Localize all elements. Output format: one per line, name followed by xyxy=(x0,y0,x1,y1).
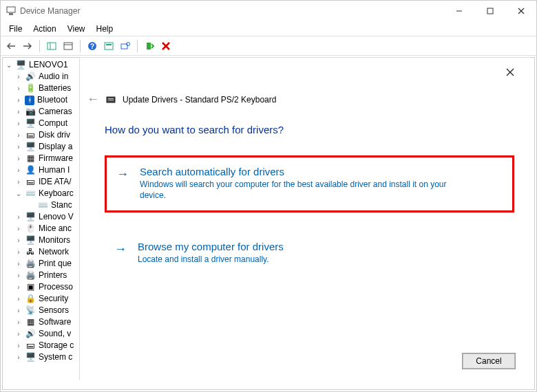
option-title: Browse my computer for drivers xyxy=(138,241,502,252)
device-label: Security xyxy=(39,293,68,305)
expand-icon[interactable]: › xyxy=(14,281,23,293)
uninstall-button[interactable] xyxy=(158,39,173,54)
device-label: Monitors xyxy=(39,235,70,246)
device-icon: 🔊 xyxy=(25,72,36,83)
menu-file[interactable]: File xyxy=(3,23,28,35)
expand-icon[interactable]: › xyxy=(14,141,23,153)
expand-icon[interactable]: › xyxy=(14,316,23,328)
expand-icon[interactable]: › xyxy=(14,153,23,164)
cancel-button[interactable]: Cancel xyxy=(462,353,516,369)
device-icon: 🔋 xyxy=(25,83,36,94)
expand-icon[interactable]: › xyxy=(14,164,23,176)
device-label: Firmware xyxy=(39,153,73,164)
expand-icon[interactable]: › xyxy=(14,293,23,305)
help-button[interactable]: ? xyxy=(85,39,100,54)
menu-action[interactable]: Action xyxy=(28,23,61,35)
expand-icon[interactable]: › xyxy=(14,118,23,129)
expand-icon[interactable]: › xyxy=(14,270,23,281)
expand-icon[interactable]: › xyxy=(14,328,23,340)
close-button[interactable] xyxy=(505,1,536,21)
update-driver-dialog: ← Update Drivers - Standard PS/2 Keyboar… xyxy=(79,57,531,380)
dialog-header: ← Update Drivers - Standard PS/2 Keyboar… xyxy=(87,92,517,107)
expand-icon[interactable]: › xyxy=(14,340,23,351)
device-label: Disk driv xyxy=(39,129,70,141)
expand-icon[interactable]: › xyxy=(14,129,23,141)
option-desc: Locate and install a driver manually. xyxy=(138,254,468,265)
device-label: Sensors xyxy=(39,305,69,316)
device-label: Cameras xyxy=(39,106,72,118)
expand-icon[interactable]: › xyxy=(14,223,23,235)
svg-text:?: ? xyxy=(90,43,94,50)
expand-icon[interactable]: › xyxy=(14,351,23,363)
dialog-question: How do you want to search for drivers? xyxy=(105,124,284,135)
dialog-title: Update Drivers - Standard PS/2 Keyboard xyxy=(123,95,276,105)
device-label: Display a xyxy=(39,141,72,153)
device-label: IDE ATA/ xyxy=(39,176,72,188)
option-desc: Windows will search your computer for th… xyxy=(140,179,470,201)
expand-icon[interactable]: › xyxy=(14,176,23,188)
expand-icon[interactable]: ⌄ xyxy=(14,188,23,199)
device-label: Bluetoot xyxy=(37,94,67,106)
device-label: Audio in xyxy=(39,71,68,83)
expand-icon[interactable]: ⌄ xyxy=(4,59,14,71)
menu-view[interactable]: View xyxy=(62,23,91,35)
toolbar-separator xyxy=(137,40,138,52)
expand-icon[interactable]: › xyxy=(14,211,23,223)
device-label: Printers xyxy=(39,270,67,281)
device-label: Processo xyxy=(39,281,73,293)
device-label: System c xyxy=(39,351,72,363)
forward-button[interactable] xyxy=(20,39,35,54)
window-titlebar: Device Manager xyxy=(1,1,536,21)
device-label: Network xyxy=(39,246,69,258)
device-icon: 👤 xyxy=(25,165,36,176)
device-icon: ⌨️ xyxy=(25,188,36,199)
expand-icon[interactable]: › xyxy=(14,83,23,94)
toolbar: ? xyxy=(1,36,536,56)
device-label: LENOVO1 xyxy=(29,59,68,71)
svg-rect-23 xyxy=(108,100,114,100)
device-icon: 🔒 xyxy=(25,294,36,305)
device-icon: 🖨️ xyxy=(25,259,36,270)
window-controls xyxy=(443,1,536,21)
device-icon: 📡 xyxy=(25,305,36,316)
expand-icon[interactable]: › xyxy=(14,94,23,106)
option-browse-computer[interactable]: → Browse my computer for drivers Locate … xyxy=(105,232,514,274)
minimize-button[interactable] xyxy=(443,1,474,21)
device-label: Storage c xyxy=(39,340,74,351)
expand-icon[interactable]: › xyxy=(14,235,23,246)
action-button[interactable] xyxy=(101,39,116,54)
dialog-close-button[interactable] xyxy=(506,67,514,78)
add-legacy-button[interactable] xyxy=(142,39,157,54)
device-icon: ᚼ xyxy=(25,96,34,105)
keyboard-icon xyxy=(106,96,116,104)
device-icon: ⌨️ xyxy=(37,200,48,211)
svg-rect-22 xyxy=(108,98,114,99)
toolbar-separator xyxy=(80,40,81,52)
device-label: Stanc xyxy=(51,199,72,211)
svg-rect-0 xyxy=(7,7,15,12)
expand-icon[interactable]: › xyxy=(14,71,23,83)
device-label: Lenovo V xyxy=(39,211,74,223)
properties-button[interactable] xyxy=(61,39,76,54)
back-button[interactable] xyxy=(3,39,19,54)
svg-rect-1 xyxy=(9,13,13,15)
expand-icon[interactable]: › xyxy=(14,258,23,270)
scan-hardware-button[interactable] xyxy=(118,39,133,54)
device-icon: 🖥️ xyxy=(25,142,36,153)
option-search-automatically[interactable]: → Search automatically for drivers Windo… xyxy=(105,155,514,213)
toolbar-separator xyxy=(39,40,40,52)
svg-rect-6 xyxy=(48,43,56,50)
expand-icon[interactable]: › xyxy=(14,106,23,118)
show-hide-tree-button[interactable] xyxy=(44,39,59,54)
device-icon: 🖥️ xyxy=(25,235,36,246)
menu-help[interactable]: Help xyxy=(91,23,119,35)
device-icon: 🖥️ xyxy=(25,118,36,129)
dialog-back-button[interactable]: ← xyxy=(87,92,99,107)
option-title: Search automatically for drivers xyxy=(140,166,500,177)
device-icon: ▣ xyxy=(25,282,36,293)
expand-icon[interactable]: › xyxy=(14,305,23,316)
device-label: Human I xyxy=(39,164,70,176)
maximize-button[interactable] xyxy=(474,1,505,21)
device-label: Mice anc xyxy=(39,223,72,235)
expand-icon[interactable]: › xyxy=(14,246,23,258)
